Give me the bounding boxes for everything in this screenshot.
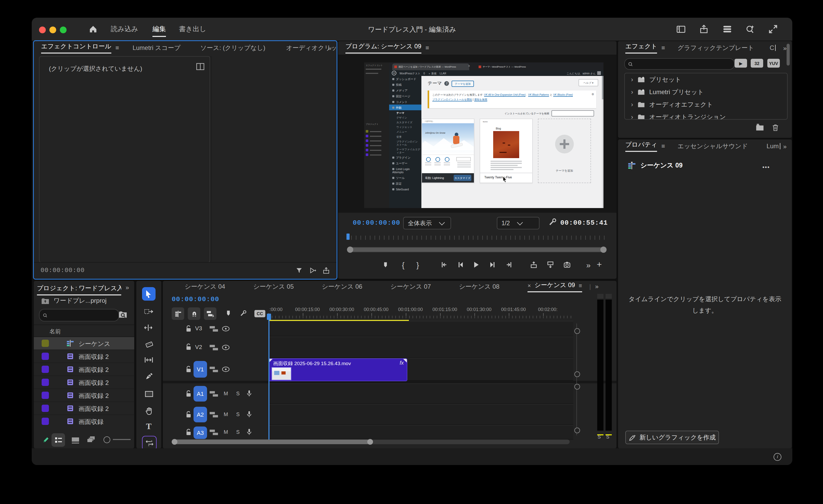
program-mini-ruler[interactable] <box>346 233 606 241</box>
zoom-window-button[interactable] <box>60 26 66 33</box>
effects-list-item[interactable]: › オーディオエフェクト <box>625 98 787 111</box>
track-a1-content[interactable] <box>269 383 573 404</box>
rectangle-tool[interactable] <box>142 387 156 400</box>
chevron-right-icon[interactable]: › <box>631 76 633 83</box>
lock-icon[interactable] <box>185 366 192 373</box>
tab-lumetri-scopes[interactable]: Lumetri スコープ <box>133 43 180 52</box>
scroll-handle[interactable] <box>574 428 580 433</box>
more-tools-icon[interactable]: » <box>582 259 595 271</box>
lock-icon[interactable] <box>185 343 192 351</box>
program-video-area[interactable]: エフェクトコント プロジェクト 固定ページを追加 ‹ ワードプ <box>338 55 617 213</box>
track-target-icon[interactable] <box>209 411 218 418</box>
panel-overflow-icon[interactable]: » <box>783 143 787 150</box>
mute-button[interactable]: M <box>224 411 228 417</box>
panel-overflow-icon[interactable]: » <box>126 284 129 291</box>
add-button-icon[interactable]: + <box>593 259 606 271</box>
track-v3-content[interactable] <box>269 321 573 337</box>
sequence-tab[interactable]: シーケンス 08 <box>459 282 500 291</box>
chevron-right-icon[interactable]: › <box>631 113 633 120</box>
tab-properties[interactable]: プロパティ <box>625 140 657 152</box>
lock-icon[interactable] <box>185 390 192 397</box>
program-zoom-scrollbar[interactable] <box>347 247 606 252</box>
fullscreen-icon[interactable] <box>768 24 778 34</box>
insert-as-nested-icon[interactable] <box>172 307 184 320</box>
snap-magnet-icon[interactable] <box>188 307 200 320</box>
zoom-slider-track[interactable] <box>113 439 131 440</box>
ripple-edit-tool[interactable] <box>142 321 156 334</box>
project-search-box[interactable] <box>39 309 119 321</box>
track-target-icon[interactable] <box>209 366 218 373</box>
source-patch-a2[interactable]: A2 <box>193 407 207 423</box>
tab-effect-controls[interactable]: エフェクトコントロール <box>41 42 111 53</box>
tab-truncated[interactable]: C <box>770 44 774 51</box>
tab-essential-sound[interactable]: エッセンシャルサウンド <box>678 142 748 151</box>
chevron-right-icon[interactable]: › <box>631 89 633 96</box>
export-frame-icon[interactable] <box>561 259 573 271</box>
zoom-slider-handle[interactable] <box>104 437 110 443</box>
scrollbar-thumb[interactable] <box>173 440 372 444</box>
yuv-effects-badge[interactable]: YUV <box>767 59 780 67</box>
home-icon[interactable] <box>88 24 98 34</box>
captions-cc-icon[interactable]: CC <box>255 310 265 317</box>
linked-selection-icon[interactable] <box>204 307 216 320</box>
close-icon[interactable]: × <box>527 282 531 289</box>
playback-resolution-dropdown[interactable]: 1/2 <box>497 217 539 229</box>
project-row[interactable]: 画面収録 2 <box>34 363 134 376</box>
zoom-handle-left[interactable] <box>172 439 177 445</box>
32bit-effects-badge[interactable]: 32 <box>751 59 763 67</box>
track-target-icon[interactable] <box>209 429 218 436</box>
timeline-settings-wrench-icon[interactable] <box>239 310 248 318</box>
selection-tool[interactable] <box>142 287 156 301</box>
track-a2-content[interactable] <box>269 404 573 425</box>
hand-tool[interactable] <box>142 404 156 417</box>
track-select-forward-tool[interactable] <box>142 305 156 319</box>
track-target-icon[interactable] <box>209 391 218 397</box>
timeline-clip[interactable]: 画面収録 2025-06-29 15.26.43.mov fx <box>269 358 407 381</box>
mute-button[interactable]: M <box>224 391 228 396</box>
track-v2-content[interactable] <box>269 337 573 358</box>
tab-graphic-templates[interactable]: グラフィックテンプレート <box>678 43 754 52</box>
project-row[interactable]: 画面収録 2 <box>34 389 134 402</box>
workspaces-icon[interactable] <box>722 24 732 34</box>
program-playhead[interactable] <box>346 233 350 240</box>
panel-overflow-icon[interactable]: » <box>328 45 331 52</box>
solo-button[interactable]: S <box>236 429 239 435</box>
sequence-tab-active[interactable]: × シーケンス 09 ≡ <box>527 281 582 292</box>
panel-menu-icon[interactable]: ≡ <box>116 44 119 51</box>
effects-list-scrollbar[interactable] <box>787 44 790 65</box>
mute-button[interactable]: M <box>224 429 228 435</box>
tab-export[interactable]: 書き出し <box>179 24 206 34</box>
sequence-tab[interactable]: シーケンス 05 <box>254 282 294 291</box>
effects-list-item[interactable]: › オーディオトランジション <box>625 111 787 120</box>
export-icon[interactable] <box>322 266 330 275</box>
lock-icon[interactable] <box>185 411 192 418</box>
zoom-handle-right[interactable] <box>367 439 373 445</box>
timeline-ruler[interactable]: :00:0000:00:15:0000:00:30:0000:00:45:000… <box>269 307 573 321</box>
panel-menu-icon[interactable]: ≡ <box>426 44 429 51</box>
minimize-window-button[interactable] <box>49 26 56 33</box>
effects-list-item[interactable]: › プリセット <box>625 73 787 86</box>
go-to-out-icon[interactable] <box>503 259 516 271</box>
ai-search-icon[interactable] <box>745 24 756 34</box>
split-view-icon[interactable] <box>196 63 204 70</box>
track-scroll-gutter[interactable] <box>574 321 580 440</box>
column-header-name[interactable]: 名前 <box>49 328 61 335</box>
find-bin-icon[interactable] <box>118 310 128 319</box>
close-window-button[interactable] <box>39 26 46 33</box>
panel-overflow-icon[interactable]: » <box>595 283 599 290</box>
mic-icon[interactable] <box>245 428 253 436</box>
add-marker-icon[interactable] <box>225 310 233 318</box>
sequence-tab[interactable]: シーケンス 04 <box>185 282 225 291</box>
panel-menu-icon[interactable]: ≡ <box>661 44 665 51</box>
razor-tool[interactable] <box>142 338 156 351</box>
track-target-icon[interactable] <box>209 326 218 332</box>
step-forward-icon[interactable] <box>486 259 499 271</box>
eye-icon[interactable] <box>222 326 230 332</box>
zoom-handle-right[interactable] <box>600 246 607 253</box>
panel-menu-icon[interactable]: ≡ <box>661 143 665 150</box>
chevron-right-icon[interactable]: › <box>631 101 633 108</box>
project-search-input[interactable] <box>50 312 116 319</box>
pen-tool[interactable] <box>142 370 156 383</box>
create-graphic-button[interactable]: 新しいグラフィックを作成 <box>625 431 719 444</box>
panel-overflow-icon[interactable]: » <box>783 45 787 52</box>
